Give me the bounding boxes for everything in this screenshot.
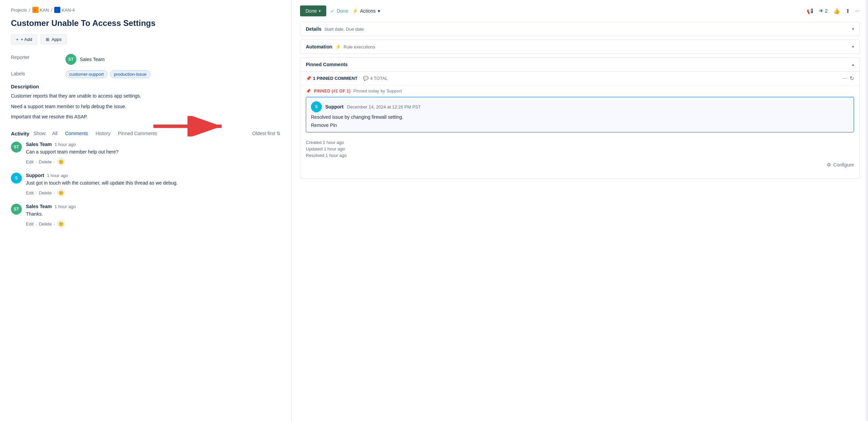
thumbsup-icon[interactable]: 👍 bbox=[833, 8, 840, 14]
done-label: Done bbox=[305, 8, 317, 14]
details-header[interactable]: Details Start date, Due date ▾ bbox=[300, 22, 859, 36]
pinned-comments-section: Pinned Comments ▴ 📌 1 PINNED COMMENT 💬 4… bbox=[300, 57, 860, 179]
comment-author-3: Sales Team bbox=[26, 204, 52, 209]
eye-icon: 👁 bbox=[819, 8, 824, 14]
comment-avatar-1: ST bbox=[11, 142, 22, 153]
checkmark-icon: ✓ bbox=[330, 8, 334, 14]
delete-link-3[interactable]: Delete bbox=[39, 221, 52, 227]
lightning-automation-icon: ⚡ bbox=[335, 44, 341, 49]
comment-item: ST Sales Team 1 hour ago Thanks. Edit · … bbox=[11, 204, 281, 228]
megaphone-icon[interactable]: 📢 bbox=[807, 8, 813, 14]
comment-text-1: Can a support team member help out here? bbox=[26, 148, 281, 156]
sort-icon: ⇅ bbox=[276, 131, 281, 136]
description-title: Description bbox=[11, 84, 281, 89]
actions-chevron-icon: ▾ bbox=[378, 8, 380, 14]
comment-time-1: 1 hour ago bbox=[55, 142, 76, 147]
comment-item: S Support 1 hour ago Just got in touch w… bbox=[11, 173, 281, 197]
show-filters: Show: All Comments History Pinned Commen… bbox=[33, 130, 159, 137]
eye-count: 2 bbox=[825, 8, 828, 14]
more-options-button[interactable]: ··· bbox=[842, 75, 847, 82]
automation-header[interactable]: Automation ⚡ Rule executions ▾ bbox=[300, 40, 859, 54]
actions-label: Actions bbox=[360, 8, 376, 14]
comment-actions-1: Edit · Delete · 🙂 bbox=[26, 158, 281, 166]
filter-comments[interactable]: Comments bbox=[63, 130, 90, 137]
resolved-meta: Resolved 1 hour ago bbox=[306, 153, 854, 158]
pinned-comment-avatar: S bbox=[311, 101, 322, 112]
kan-project-icon: K bbox=[32, 7, 39, 13]
automation-title: Automation bbox=[306, 44, 332, 49]
reporter-field: Reporter ST Sales Team bbox=[11, 54, 281, 65]
actions-button[interactable]: ⚡ Actions ▾ bbox=[352, 8, 380, 14]
refresh-button[interactable]: ↻ bbox=[850, 75, 854, 82]
done-button[interactable]: Done ▾ bbox=[300, 5, 326, 16]
breadcrumb-kan4[interactable]: KAN-4 bbox=[62, 8, 75, 13]
reporter-name: Sales Team bbox=[80, 57, 105, 62]
chat-icon: 💬 bbox=[363, 76, 369, 81]
label-production-issue[interactable]: production-issue bbox=[110, 70, 150, 78]
comment-time-3: 1 hour ago bbox=[55, 204, 76, 209]
edit-link-3[interactable]: Edit bbox=[26, 221, 33, 227]
activity-section: Activity Show: All Comments History Pinn… bbox=[11, 130, 281, 228]
panel-divider bbox=[866, 0, 868, 421]
apps-button[interactable]: ⊞ Apps bbox=[41, 34, 67, 44]
total-count-label: 4 TOTAL bbox=[370, 76, 388, 81]
automation-section: Automation ⚡ Rule executions ▾ bbox=[300, 40, 860, 54]
pinned-count-label: 1 PINNED COMMENT bbox=[313, 76, 358, 81]
description-section: Description Customer reports that they a… bbox=[11, 84, 281, 120]
add-label: + Add bbox=[21, 37, 32, 42]
automation-chevron-icon: ▾ bbox=[852, 44, 854, 49]
filter-pinned[interactable]: Pinned Comments bbox=[116, 130, 159, 137]
show-label: Show: bbox=[33, 131, 47, 136]
labels-wrap: customer-support production-issue bbox=[65, 70, 281, 78]
eye-count-wrap[interactable]: 👁 2 bbox=[819, 8, 828, 14]
label-customer-support[interactable]: customer-support bbox=[65, 70, 107, 78]
edit-link-1[interactable]: Edit bbox=[26, 159, 33, 164]
comment-time-2: 1 hour ago bbox=[47, 173, 68, 178]
right-header: Done ▾ ✓ Done ⚡ Actions ▾ 📢 👁 2 bbox=[300, 5, 860, 16]
details-chevron-icon: ▾ bbox=[852, 27, 854, 31]
kan4-issue-icon: ✓ bbox=[54, 7, 60, 13]
apps-label: Apps bbox=[51, 37, 62, 42]
pin-small-icon: 📌 bbox=[306, 89, 311, 93]
pinned-today-label: Pinned today by Support bbox=[354, 89, 402, 93]
pinned-comment-author: Support bbox=[325, 104, 344, 110]
emoji-btn-1[interactable]: 🙂 bbox=[57, 158, 65, 166]
more-icon[interactable]: ··· bbox=[855, 8, 860, 14]
emoji-btn-2[interactable]: 🙂 bbox=[57, 189, 65, 197]
emoji-btn-3[interactable]: 🙂 bbox=[57, 220, 65, 228]
done-status: ✓ Done bbox=[330, 8, 348, 14]
filter-history[interactable]: History bbox=[93, 130, 113, 137]
comment-actions-2: Edit · Delete · 🙂 bbox=[26, 189, 281, 197]
delete-link-1[interactable]: Delete bbox=[39, 159, 52, 164]
description-line-2: Need a support team member to help debug… bbox=[11, 103, 281, 110]
labels-label: Labels bbox=[11, 70, 65, 76]
breadcrumb-kan[interactable]: KAN bbox=[40, 8, 49, 13]
filter-all[interactable]: All bbox=[50, 130, 60, 137]
updated-meta: Updated 1 hour ago bbox=[306, 146, 854, 151]
apps-icon: ⊞ bbox=[46, 37, 49, 42]
configure-button[interactable]: ⚙ Configure bbox=[827, 162, 854, 168]
share-icon[interactable]: ⬆ bbox=[845, 8, 850, 14]
created-meta: Created 1 hour ago bbox=[306, 140, 854, 145]
right-panel: Done ▾ ✓ Done ⚡ Actions ▾ 📢 👁 2 bbox=[291, 0, 868, 421]
pinned-summary-bar: 📌 1 PINNED COMMENT 💬 4 TOTAL ··· ↻ bbox=[300, 72, 859, 85]
done-status-label: Done bbox=[336, 8, 348, 14]
pinned-position-label: PINNED (#1 OF 1) bbox=[314, 89, 351, 93]
delete-link-2[interactable]: Delete bbox=[39, 190, 52, 195]
left-panel: Projects / K KAN / ✓ KAN-4 Customer Unab… bbox=[0, 0, 291, 421]
pinned-label-row: 📌 PINNED (#1 OF 1) Pinned today by Suppo… bbox=[300, 85, 859, 95]
comment-item: ST Sales Team 1 hour ago Can a support t… bbox=[11, 142, 281, 166]
pinned-body: 📌 1 PINNED COMMENT 💬 4 TOTAL ··· ↻ bbox=[300, 72, 859, 178]
activity-title: Activity bbox=[11, 131, 29, 136]
pinned-comments-header[interactable]: Pinned Comments ▴ bbox=[300, 58, 859, 72]
gear-icon: ⚙ bbox=[827, 162, 831, 168]
metadata-section: Created 1 hour ago Updated 1 hour ago Re… bbox=[300, 134, 859, 173]
plus-icon: + bbox=[16, 37, 19, 42]
add-button[interactable]: + + Add bbox=[11, 34, 37, 44]
remove-pin-button[interactable]: Remove Pin bbox=[311, 122, 337, 128]
edit-link-2[interactable]: Edit bbox=[26, 190, 33, 195]
breadcrumb-projects[interactable]: Projects bbox=[11, 8, 27, 13]
description-body: Customer reports that they are unable to… bbox=[11, 92, 281, 120]
sort-button[interactable]: Oldest first ⇅ bbox=[252, 131, 281, 136]
details-section: Details Start date, Due date ▾ bbox=[300, 22, 860, 36]
